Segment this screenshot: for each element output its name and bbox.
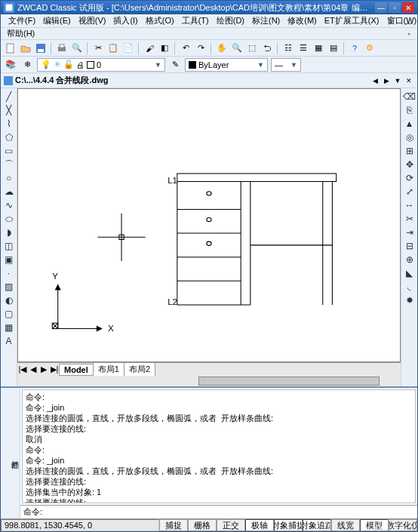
- erase-icon[interactable]: ⌫: [403, 90, 416, 103]
- about-icon[interactable]: ⚙: [363, 42, 377, 55]
- join-icon[interactable]: ⊕: [403, 253, 416, 266]
- h-scrollbar[interactable]: [17, 376, 401, 386]
- layer-combo[interactable]: 💡☀🔓🖨 0 ▼: [37, 58, 165, 72]
- doc-tab-title[interactable]: C:\...\4.4.4 合并线段.dwg: [15, 75, 108, 86]
- drawing-canvas[interactable]: L1 L2 X Y: [17, 88, 401, 362]
- maximize-button[interactable]: ▫: [389, 2, 401, 13]
- preview-icon[interactable]: 🔍: [70, 42, 84, 55]
- array-icon[interactable]: ⊞: [403, 144, 416, 158]
- rotate-icon[interactable]: ⟳: [403, 171, 416, 185]
- snap-极轴[interactable]: 极轴: [245, 519, 274, 531]
- copy2-icon[interactable]: ⎘: [403, 103, 416, 117]
- point-tool-icon[interactable]: ·: [2, 266, 16, 280]
- copy-icon[interactable]: 📋: [106, 42, 120, 55]
- tab-layout2[interactable]: 布局2: [124, 362, 155, 377]
- menu-dim[interactable]: 标注(N): [249, 14, 283, 27]
- dc-icon[interactable]: ☰: [297, 42, 310, 55]
- line-tool-icon[interactable]: ╱: [2, 90, 16, 103]
- menu-insert[interactable]: 插入(I): [110, 14, 140, 27]
- ellipse-tool-icon[interactable]: ⬭: [2, 212, 16, 226]
- chamfer-icon[interactable]: ◣: [403, 266, 416, 280]
- tab-nav-last[interactable]: ▶|: [49, 364, 60, 375]
- extend-icon[interactable]: ⇥: [403, 226, 416, 239]
- menu-format[interactable]: 格式(O): [143, 14, 177, 27]
- snap-捕捉[interactable]: 捕捉: [159, 519, 188, 531]
- snap-线宽[interactable]: 线宽: [331, 519, 360, 531]
- layer-state-icon[interactable]: ❄: [20, 58, 34, 72]
- fillet-icon[interactable]: ◟: [403, 280, 416, 294]
- tab-model[interactable]: Model: [59, 364, 94, 376]
- cmd-handle[interactable]: 部外栏: [1, 388, 20, 518]
- arc-tool-icon[interactable]: ⌒: [2, 158, 16, 171]
- ellipsearc-tool-icon[interactable]: ◗: [2, 226, 16, 239]
- zoom-win-icon[interactable]: ⬚: [245, 42, 259, 55]
- offset-icon[interactable]: ◎: [403, 131, 416, 144]
- doc-minimize[interactable]: —: [404, 18, 414, 29]
- minimize-button[interactable]: —: [375, 2, 387, 13]
- paste-icon[interactable]: 📄: [121, 42, 135, 55]
- stretch-icon[interactable]: ↔: [403, 198, 416, 212]
- snap-正交[interactable]: 正交: [217, 519, 245, 531]
- props-icon[interactable]: ☷: [281, 42, 295, 55]
- print-icon[interactable]: [55, 42, 69, 55]
- layer-props-icon[interactable]: 📚: [4, 58, 17, 72]
- spline-tool-icon[interactable]: ∿: [2, 198, 16, 212]
- snap-对象追踪[interactable]: 对象追踪: [303, 519, 331, 531]
- calc-icon[interactable]: ▤: [327, 42, 340, 55]
- circle-tool-icon[interactable]: ○: [2, 171, 16, 185]
- command-log[interactable]: 命令: 命令: _join 选择连接的圆弧，直线，开放多段线，椭圆弧，或者 开放…: [22, 389, 416, 503]
- color-combo[interactable]: ByLayer ▼: [185, 58, 268, 72]
- open-icon[interactable]: [19, 42, 32, 55]
- xline-tool-icon[interactable]: ╳: [2, 103, 16, 117]
- pline-tool-icon[interactable]: ⌇: [2, 117, 16, 131]
- menu-edit[interactable]: 编辑(E): [40, 14, 74, 27]
- tab-nav-next[interactable]: ▶: [38, 364, 49, 375]
- block-icon[interactable]: ◧: [158, 42, 171, 55]
- nav-next-icon[interactable]: ▶: [381, 75, 392, 86]
- region-tool-icon[interactable]: ▢: [2, 307, 16, 321]
- doc-maximize[interactable]: ▫: [404, 29, 414, 39]
- trim-icon[interactable]: ✂: [403, 212, 416, 226]
- scroll-thumb[interactable]: [198, 377, 380, 386]
- menu-view[interactable]: 视图(V): [75, 14, 109, 27]
- save-icon[interactable]: [34, 42, 48, 55]
- polygon-tool-icon[interactable]: ⬠: [2, 131, 16, 144]
- menu-tools[interactable]: 工具(T): [179, 14, 212, 27]
- snap-对象捕捉[interactable]: 对象捕捉: [274, 519, 303, 531]
- tp-icon[interactable]: ▦: [312, 42, 325, 55]
- revcloud-tool-icon[interactable]: ☁: [2, 185, 16, 198]
- menu-et[interactable]: ET扩展工具(X): [321, 14, 383, 27]
- menu-modify[interactable]: 修改(M): [284, 14, 320, 27]
- tab-nav-first[interactable]: |◀: [17, 364, 28, 375]
- nav-menu-icon[interactable]: ▼: [392, 75, 403, 86]
- tab-layout1[interactable]: 布局1: [93, 362, 124, 377]
- block-tool-icon[interactable]: ▣: [2, 253, 16, 266]
- gradient-tool-icon[interactable]: ◐: [2, 294, 16, 307]
- close-button[interactable]: ✕: [402, 2, 414, 13]
- undo-icon[interactable]: ↶: [179, 42, 192, 55]
- layer-match-icon[interactable]: ✎: [168, 58, 182, 72]
- hatch-tool-icon[interactable]: ▨: [2, 280, 16, 294]
- table-tool-icon[interactable]: ▦: [2, 321, 16, 334]
- snap-模型[interactable]: 模型: [360, 519, 389, 531]
- insert-tool-icon[interactable]: ◫: [2, 239, 16, 253]
- nav-prev-icon[interactable]: ◀: [370, 75, 380, 86]
- mirror-icon[interactable]: ▲: [403, 117, 416, 131]
- zoom-rt-icon[interactable]: 🔍: [230, 42, 244, 55]
- move-icon[interactable]: ✥: [403, 158, 416, 171]
- scale-icon[interactable]: ⤢: [403, 185, 416, 198]
- rect-tool-icon[interactable]: ▭: [2, 144, 16, 158]
- menu-file[interactable]: 文件(F): [5, 14, 38, 27]
- tab-nav-prev[interactable]: ◀: [28, 364, 38, 375]
- break-icon[interactable]: ⊟: [403, 239, 416, 253]
- new-icon[interactable]: [4, 42, 17, 55]
- pan-icon[interactable]: ✋: [215, 42, 229, 55]
- help-icon[interactable]: ?: [348, 42, 361, 55]
- redo-icon[interactable]: ↷: [194, 42, 207, 55]
- explode-icon[interactable]: ✸: [403, 294, 416, 307]
- snap-栅格[interactable]: 栅格: [188, 519, 217, 531]
- command-input[interactable]: [42, 508, 414, 517]
- match-icon[interactable]: 🖌: [143, 42, 156, 55]
- linetype-combo[interactable]: —▼: [271, 58, 301, 72]
- menu-help[interactable]: 帮助(H): [4, 27, 38, 40]
